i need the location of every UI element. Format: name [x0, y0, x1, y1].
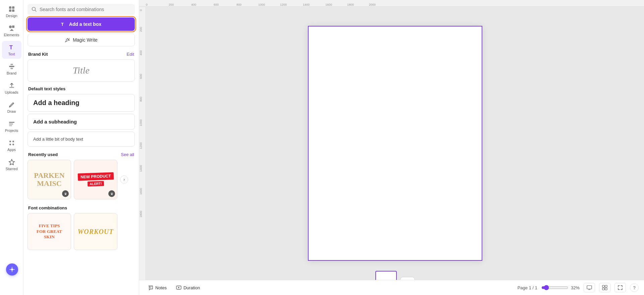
zoom-slider[interactable] — [541, 285, 568, 290]
page-content[interactable] — [308, 26, 482, 261]
add-textbox-button[interactable]: T Add a text box — [28, 17, 135, 31]
svg-rect-1 — [12, 6, 14, 9]
svg-point-18 — [12, 144, 14, 145]
svg-point-24 — [66, 39, 66, 40]
sidebar-item-apps[interactable]: Apps — [2, 137, 21, 154]
search-icon — [32, 7, 37, 12]
font-combinations-title: Font combinations — [23, 204, 139, 213]
svg-point-35 — [11, 268, 13, 271]
text-icon: T — [8, 44, 15, 51]
sidebar-item-label-starred: Starred — [5, 167, 17, 171]
font-thumb-1[interactable]: PARKENMAISC ♛ — [28, 160, 71, 199]
notes-button[interactable]: Notes — [145, 283, 170, 292]
combo-thumb-1[interactable]: FIVE TIPSFOR GREATSKIN — [28, 213, 71, 250]
upload-icon — [8, 82, 15, 89]
svg-point-23 — [69, 38, 69, 39]
recently-used-header: Recently used See all — [23, 152, 139, 160]
add-subheading-button[interactable]: Add a subheading — [28, 114, 135, 130]
svg-rect-12 — [9, 122, 14, 123]
svg-rect-9 — [10, 64, 13, 65]
add-heading-button[interactable]: Add a heading — [28, 94, 135, 112]
desktop-view-button[interactable] — [584, 283, 595, 292]
sidebar-item-starred[interactable]: Starred — [2, 156, 21, 174]
svg-text:T: T — [9, 45, 13, 50]
brand-icon — [8, 63, 15, 70]
bottom-bar-left: Notes Duration — [145, 283, 203, 292]
recently-used-title: Recently used — [28, 152, 58, 157]
sparkle-icon — [9, 266, 15, 273]
bottom-bar-right: Page 1 / 1 32% — [518, 283, 639, 292]
svg-rect-33 — [602, 288, 604, 290]
magic-icon — [65, 37, 70, 43]
zoom-level: 32% — [571, 285, 580, 290]
svg-rect-34 — [605, 288, 607, 290]
svg-marker-6 — [10, 29, 14, 31]
combo-thumb-2[interactable]: WORKOUT — [74, 213, 117, 250]
duration-button[interactable]: Duration — [173, 283, 203, 292]
svg-point-15 — [9, 141, 11, 142]
add-page-button[interactable]: + — [400, 277, 415, 280]
icon-sidebar: Design Elements T Text — [0, 0, 23, 295]
svg-rect-13 — [9, 124, 13, 125]
magic-write-button[interactable]: Magic Write — [28, 34, 135, 46]
page-thumb-1[interactable]: 1 — [375, 271, 397, 280]
sidebar-item-uploads[interactable]: Uploads — [2, 79, 21, 97]
apps-icon — [8, 139, 15, 147]
font-thumb-2-text: NEW PRODUCT ALERT! — [75, 170, 116, 189]
see-all-link[interactable]: See all — [121, 152, 134, 157]
crown-icon-2: ♛ — [110, 192, 113, 196]
body-label: Add a little bit of body text — [33, 137, 83, 142]
grid-view-icon — [602, 285, 607, 290]
desktop-icon — [587, 285, 592, 290]
combo-text-1: FIVE TIPSFOR GREATSKIN — [34, 220, 65, 243]
brand-kit-preview-text: Title — [73, 65, 90, 76]
svg-line-21 — [35, 10, 37, 12]
sidebar-item-text[interactable]: T Text — [2, 41, 21, 59]
add-body-button[interactable]: Add a little bit of body text — [28, 132, 135, 147]
brand-kit-edit-link[interactable]: Edit — [127, 52, 134, 57]
font-combinations-section: Font combinations FIVE TIPSFOR GREATSKIN… — [23, 203, 139, 253]
sidebar-item-brand[interactable]: Brand — [2, 60, 21, 78]
sidebar-item-draw[interactable]: Draw — [2, 98, 21, 116]
svg-rect-29 — [587, 286, 592, 289]
grid-icon — [8, 5, 15, 13]
duration-icon — [176, 285, 181, 290]
svg-rect-3 — [12, 9, 14, 12]
textbox-icon: T — [61, 21, 66, 27]
default-styles-title: Default text styles — [23, 85, 139, 94]
canvas-page[interactable]: 1 + — [308, 26, 482, 261]
search-input[interactable] — [40, 7, 131, 12]
svg-rect-32 — [605, 285, 607, 287]
font-thumb-2-badge: ♛ — [108, 190, 115, 197]
sidebar-item-label-text: Text — [8, 52, 15, 56]
canvas-area: 0 200 400 600 800 1000 1200 1400 1600 18… — [139, 0, 644, 295]
subheading-label: Add a subheading — [33, 119, 77, 125]
svg-marker-28 — [178, 287, 180, 288]
svg-rect-31 — [602, 285, 604, 287]
bottom-bar: Notes Duration Page 1 / 1 32% — [139, 280, 644, 295]
svg-rect-5 — [12, 26, 14, 28]
canvas-viewport[interactable]: 1 + — [146, 7, 644, 280]
font-thumb-2[interactable]: NEW PRODUCT ALERT! ♛ — [74, 160, 117, 199]
svg-marker-19 — [9, 159, 14, 165]
text-panel: T Add a text box Magic Write Brand Kit E… — [23, 0, 139, 295]
help-bubble[interactable] — [6, 263, 18, 276]
recently-used-section: Recently used See all PARKENMAISC ♛ NEW … — [23, 149, 139, 203]
sidebar-item-label-apps: Apps — [7, 148, 16, 152]
thumbnail-next-arrow[interactable]: › — [120, 176, 128, 184]
svg-point-16 — [12, 141, 14, 142]
brand-kit-preview[interactable]: Title — [28, 59, 135, 82]
sidebar-item-elements[interactable]: Elements — [2, 22, 21, 40]
grid-view-button[interactable] — [599, 283, 610, 292]
help-button[interactable]: ? — [630, 283, 639, 292]
brand-kit-header: Brand Kit Edit — [23, 50, 139, 59]
sidebar-item-design[interactable]: Design — [2, 3, 21, 20]
canvas-content: 0 200 400 600 800 1000 1200 1400 1600 18… — [139, 7, 644, 280]
font-thumb-1-badge: ♛ — [62, 190, 69, 197]
sidebar-item-projects[interactable]: Projects — [2, 117, 21, 135]
svg-rect-2 — [9, 9, 11, 12]
draw-icon — [8, 101, 15, 108]
fullscreen-button[interactable] — [614, 283, 626, 292]
sidebar-item-label-uploads: Uploads — [5, 90, 18, 94]
add-textbox-label: Add a text box — [69, 21, 101, 27]
